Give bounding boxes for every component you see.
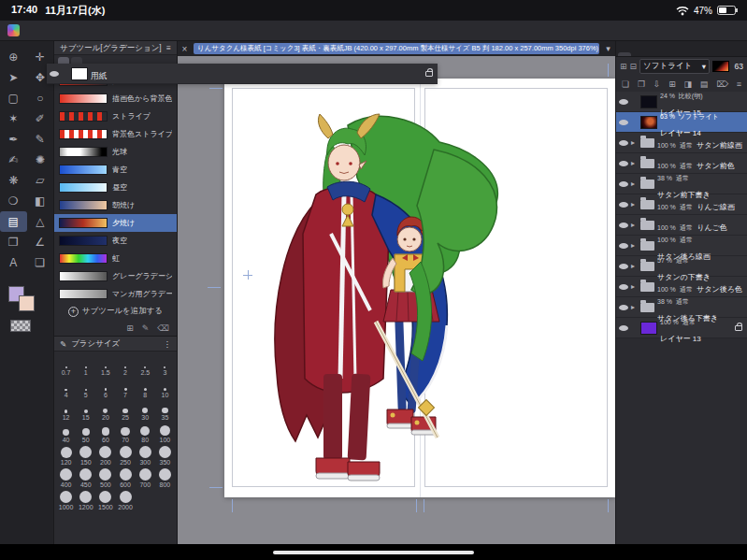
tool-selection[interactable]: ▢ — [0, 88, 27, 108]
visibility-eye-icon[interactable] — [619, 243, 628, 249]
brush-size-cell[interactable]: 7 — [115, 377, 135, 399]
chevron-down-icon[interactable]: ▾ — [601, 44, 615, 53]
visibility-eye-icon[interactable] — [619, 264, 628, 269]
gradient-item[interactable]: 背景色ストライプ — [54, 125, 177, 143]
gradient-item[interactable]: 描画色から背景色 — [54, 90, 177, 108]
folder-expand-icon[interactable]: ▸ — [631, 221, 638, 229]
brush-size-cell[interactable]: 6 — [95, 377, 115, 399]
tool-fill[interactable]: ◧ — [27, 191, 54, 211]
visibility-eye-icon[interactable] — [619, 161, 628, 166]
brush-size-cell[interactable]: 2.5 — [136, 354, 155, 377]
menu-item[interactable] — [93, 24, 109, 36]
brush-size-cell[interactable]: 1000 — [56, 489, 76, 511]
brush-size-cell[interactable]: 2000 — [115, 489, 135, 511]
brush-size-cell[interactable]: 60 — [95, 422, 115, 444]
folder-expand-icon[interactable]: ▸ — [631, 179, 638, 188]
import-subtool-icon[interactable]: ⊞ — [126, 323, 134, 333]
brush-size-cell[interactable]: 1.5 — [95, 354, 115, 377]
gradient-item[interactable]: 青空 — [54, 161, 177, 179]
layer-row[interactable]: ▸ 100 % 通常 レイヤー 13 — [616, 318, 747, 338]
tool-lasso[interactable]: ○ — [27, 88, 54, 108]
tool-pencil[interactable]: ✎ — [27, 129, 54, 150]
layer-row[interactable]: ▸ 38 % 通常 サタン前下書き — [616, 174, 747, 194]
brush-size-cell[interactable]: 100 — [155, 422, 175, 444]
gradient-item[interactable]: マンガ用グラデーション — [54, 285, 177, 303]
layer-row[interactable]: ▸ 63 % ソフトライト レイヤー 14 — [616, 112, 747, 133]
brush-size-cell[interactable]: 200 — [95, 444, 115, 467]
brush-size-cell[interactable]: 400 — [56, 467, 76, 489]
folder-expand-icon[interactable]: ▸ — [631, 303, 638, 311]
brush-size-cell[interactable]: 500 — [95, 467, 115, 489]
tool-magic-wand[interactable]: ✶ — [0, 108, 27, 129]
visibility-eye-icon[interactable] — [619, 140, 628, 146]
layer-mask-icon[interactable]: ◨ — [684, 79, 693, 89]
edit-subtool-icon[interactable]: ✎ — [142, 323, 150, 333]
visibility-eye-icon[interactable] — [619, 202, 628, 208]
delete-subtool-icon[interactable]: ⌫ — [157, 323, 169, 333]
layer-row[interactable]: ▸ 57 % 通常 サタンの下書き — [616, 256, 747, 277]
subtool-panel-menu-icon[interactable]: ≡ — [166, 41, 171, 54]
tool-figure[interactable]: △ — [27, 211, 54, 232]
gradient-item[interactable]: 虹 — [54, 250, 177, 267]
new-folder-icon[interactable]: ❐ — [638, 79, 645, 89]
brush-size-cell[interactable]: 5 — [76, 377, 95, 399]
brush-size-cell[interactable]: 300 — [136, 444, 155, 467]
gradient-item[interactable]: 夜空 — [54, 232, 177, 250]
menu-item[interactable] — [143, 24, 160, 36]
delete-layer-icon[interactable]: ⌦ — [716, 79, 728, 89]
visibility-eye-icon[interactable] — [619, 284, 628, 290]
transfer-layer-icon[interactable]: ⇩ — [654, 79, 661, 89]
brush-size-cell[interactable]: 8 — [136, 377, 155, 399]
tool-text[interactable]: A — [0, 252, 27, 273]
brush-size-cell[interactable]: 15 — [76, 399, 95, 422]
document-tab[interactable]: りんサタクん様表紙 [コミック3] 表紙・裏表紙JB (420.00 x 297… — [194, 43, 599, 54]
menu-item[interactable] — [59, 24, 76, 36]
folder-expand-icon[interactable]: ▸ — [631, 138, 638, 147]
vertical-scrollbar[interactable] — [610, 84, 612, 318]
gradient-item[interactable]: 昼空 — [54, 179, 177, 196]
brush-size-cell[interactable]: 10 — [155, 377, 175, 399]
brush-size-cell[interactable]: 3 — [155, 354, 175, 377]
tool-pen[interactable]: ✒ — [0, 129, 27, 150]
menu-item[interactable] — [42, 24, 59, 36]
transparent-color-swatch[interactable] — [10, 320, 31, 332]
tool-eraser[interactable]: ▱ — [27, 170, 54, 191]
layer-menu-icon[interactable]: ≡ — [737, 79, 741, 89]
canvas-viewport[interactable] — [178, 56, 615, 544]
folder-expand-icon[interactable]: ▸ — [631, 159, 638, 167]
layer-row[interactable]: ▸ 100 % 通常 りんご線画 — [616, 194, 747, 215]
visibility-eye-icon[interactable] — [619, 120, 628, 125]
new-layer-icon[interactable]: ❏ — [622, 79, 629, 89]
gradient-item[interactable]: グレーグラデーション — [54, 267, 177, 285]
menu-item[interactable] — [76, 24, 93, 36]
brush-size-cell[interactable]: 50 — [76, 422, 95, 444]
brush-size-cell[interactable]: 350 — [155, 444, 175, 467]
visibility-eye-icon[interactable] — [619, 99, 628, 105]
visibility-eye-icon[interactable] — [619, 181, 628, 187]
menu-item[interactable] — [25, 24, 42, 36]
brush-size-cell[interactable]: 70 — [115, 422, 135, 444]
brush-size-cell[interactable]: 35 — [155, 399, 175, 422]
layer-panel-tab[interactable] — [631, 52, 644, 56]
tool-airbrush[interactable]: ✺ — [27, 150, 54, 170]
brush-size-cell[interactable]: 150 — [76, 444, 95, 467]
folder-expand-icon[interactable]: ▸ — [631, 241, 638, 250]
visibility-eye-icon[interactable] — [619, 305, 628, 310]
brush-size-cell[interactable]: 80 — [136, 422, 155, 444]
tool-zoom[interactable]: ⊕ — [0, 47, 27, 67]
gradient-item[interactable]: 光球 — [54, 143, 177, 161]
background-color-swatch[interactable] — [19, 295, 35, 311]
brush-size-cell[interactable]: 1200 — [76, 489, 95, 511]
blend-mode-select[interactable]: ソフトライト ▾ — [639, 59, 710, 74]
menu-item[interactable] — [177, 24, 194, 36]
tool-brush[interactable]: ✍ — [0, 150, 27, 170]
brush-panel-menu-icon[interactable]: ⋮ — [164, 339, 172, 349]
brush-size-cell[interactable]: 40 — [56, 422, 76, 444]
combine-layer-icon[interactable]: ⊞ — [668, 79, 676, 89]
brush-size-cell[interactable]: 1500 — [95, 489, 115, 511]
brush-size-cell[interactable]: 120 — [56, 444, 76, 467]
blend-palette-icon[interactable]: ⊞ — [620, 62, 627, 71]
tool-frame[interactable]: ❐ — [0, 232, 27, 252]
brush-size-cell[interactable]: 1 — [76, 354, 95, 377]
brush-size-cell[interactable]: 30 — [136, 399, 155, 422]
